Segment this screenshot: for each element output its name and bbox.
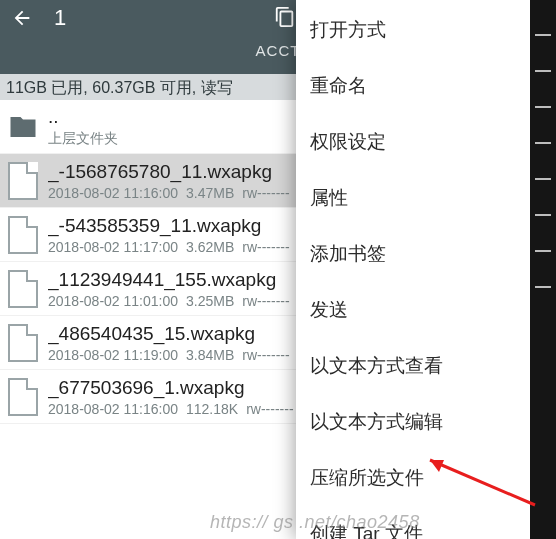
context-menu: 打开方式重命名权限设定属性添加书签发送以文本方式查看以文本方式编辑压缩所选文件创…	[296, 0, 530, 539]
menu-item-7[interactable]: 以文本方式编辑	[296, 394, 530, 450]
menu-item-9[interactable]: 创建 Tar 文件	[296, 506, 530, 539]
selection-count: 1	[54, 5, 66, 31]
menu-item-8[interactable]: 压缩所选文件	[296, 450, 530, 506]
file-icon	[6, 322, 40, 364]
menu-item-6[interactable]: 以文本方式查看	[296, 338, 530, 394]
menu-item-2[interactable]: 权限设定	[296, 114, 530, 170]
file-icon	[6, 160, 40, 202]
copy-icon[interactable]	[274, 6, 296, 32]
menu-item-5[interactable]: 发送	[296, 282, 530, 338]
system-side-strip	[530, 0, 556, 539]
back-arrow-icon[interactable]	[8, 4, 36, 32]
menu-item-4[interactable]: 添加书签	[296, 226, 530, 282]
menu-item-1[interactable]: 重命名	[296, 58, 530, 114]
menu-item-3[interactable]: 属性	[296, 170, 530, 226]
file-icon	[6, 376, 40, 418]
file-icon	[6, 214, 40, 256]
menu-item-0[interactable]: 打开方式	[296, 2, 530, 58]
file-icon	[6, 268, 40, 310]
folder-icon	[6, 106, 40, 148]
